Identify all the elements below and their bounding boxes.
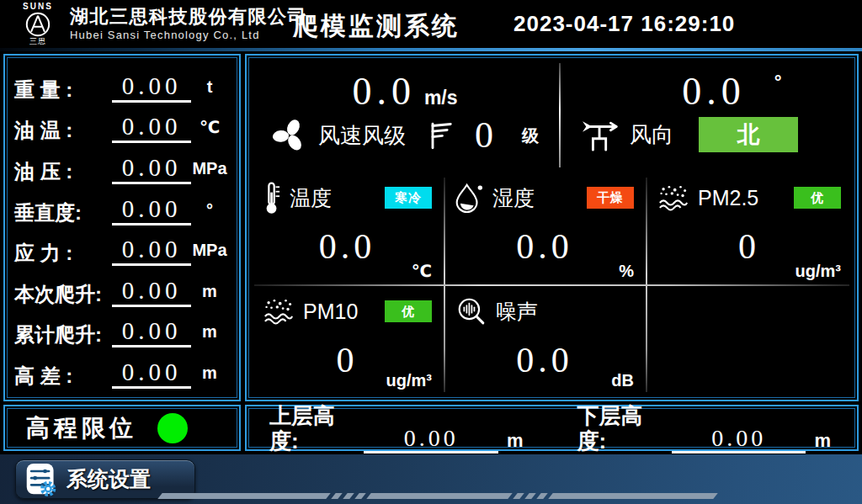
elevation-limit-label: 高程限位 [26, 412, 137, 444]
datetime-display: 2023-04-17 16:29:10 [513, 11, 735, 37]
sensor-unit: ug/m³ [795, 262, 841, 281]
row-label: 本次爬升: [14, 282, 112, 307]
thermometer-icon [263, 181, 281, 215]
upper-height-label: 上层高度: [269, 403, 364, 454]
row-unit: MPa [191, 237, 228, 266]
measurements-sidebar-panel: 重 量 : 0.00 t 油 温 : 0.00 ℃ 油 压 : 0.00 MPa… [3, 54, 241, 401]
sliders-gear-icon [24, 462, 58, 497]
sensor-cell-humidity: 湿度 干燥 0.0 % [444, 172, 646, 286]
logo-bottom-text: 三思 [29, 38, 46, 45]
header-divider-line [0, 48, 862, 51]
green-circle-indicator [157, 413, 188, 443]
row-unit: m [191, 360, 228, 389]
status-badge: 优 [794, 187, 841, 209]
status-badge: 干燥 [587, 187, 634, 209]
fan-icon [271, 117, 308, 154]
logo-top-text: SUNS [23, 3, 53, 11]
wind-direction-label: 风向 [630, 120, 673, 150]
upper-height-value: 0.00 [364, 426, 498, 454]
suns-logo-icon: SUNS 三思 [13, 3, 62, 45]
particles-icon [657, 183, 689, 212]
row-value: 0.00 [112, 359, 191, 389]
row-value: 0.00 [112, 278, 191, 307]
row-value: 0.00 [112, 73, 191, 103]
sensor-cell-pm25: PM2.5 优 0 ug/m³ [646, 172, 853, 286]
row-unit: ℃ [191, 114, 228, 143]
company-logo: SUNS 三思 湖北三思科技股份有限公司 Hubei Sansi Technol… [13, 1, 307, 47]
wind-speed-label: 风速风级 [318, 121, 406, 151]
row-unit: ° [191, 197, 228, 225]
wind-section: 0.0 m/s 风速风级 [251, 60, 853, 172]
row-unit: m [191, 279, 228, 307]
sensor-grid: 温度 寒冷 0.0 ℃ [251, 172, 853, 395]
settings-button-label: 系统设置 [67, 465, 151, 493]
wind-direction-section: 0.0 ° [561, 60, 853, 172]
noise-magnifier-icon [455, 295, 487, 327]
sidebar-row-current-climb: 本次爬升: 0.00 m [14, 269, 228, 310]
particles-icon [263, 297, 295, 326]
sensor-label: PM10 [303, 300, 358, 324]
row-value: 0.00 [112, 155, 191, 184]
sensor-label: 噪声 [496, 298, 538, 326]
status-badge: 寒冷 [385, 187, 432, 209]
circle-a-logo-icon [24, 11, 51, 38]
row-label: 高 差 : [14, 363, 112, 389]
row-value: 0.00 [112, 196, 191, 225]
row-label: 累计爬升: [14, 322, 112, 347]
sensor-unit: dB [611, 371, 634, 390]
wind-direction-unit: ° [774, 72, 782, 93]
environment-main-panel: 0.0 m/s 风速风级 [245, 54, 859, 401]
lower-height-value: 0.00 [672, 426, 806, 454]
row-label: 油 压 : [14, 159, 112, 184]
row-value: 0.00 [112, 236, 191, 266]
sensor-value: 0.0 [455, 340, 634, 380]
header: SUNS 三思 湖北三思科技股份有限公司 Hubei Sansi Technol… [0, 0, 862, 48]
status-badge: 优 [385, 300, 432, 322]
sensor-unit: % [619, 262, 634, 281]
row-label: 重 量 : [14, 77, 112, 103]
row-label: 应 力 : [14, 241, 112, 266]
taskbar: 系统设置 [0, 454, 862, 504]
sidebar-row-height-diff: 高 差 : 0.00 m [14, 351, 228, 392]
sensor-value: 0.0 [455, 226, 634, 267]
sensor-cell-temperature: 温度 寒冷 0.0 ℃ [251, 172, 444, 286]
elevation-limit-panel: 高程限位 [3, 405, 241, 451]
lower-height-group: 下层高度: 0.00 m [577, 403, 832, 454]
sensor-value: 0.0 [263, 226, 432, 267]
lower-height-label: 下层高度: [577, 403, 672, 454]
upper-height-group: 上层高度: 0.00 m [269, 403, 524, 454]
sensor-cell-noise: 噪声 0.0 dB [444, 286, 646, 395]
sensor-unit: ℃ [412, 261, 432, 281]
row-value: 0.00 [112, 318, 191, 347]
row-unit: t [191, 74, 228, 103]
sidebar-row-total-climb: 累计爬升: 0.00 m [14, 310, 228, 352]
company-name-cn: 湖北三思科技股份有限公司 [70, 6, 307, 28]
upper-height-unit: m [507, 428, 524, 454]
row-label: 油 温 : [14, 118, 112, 143]
wind-speed-value: 0.0 [352, 72, 416, 112]
layer-heights-panel: 上层高度: 0.00 m 下层高度: 0.00 m [245, 405, 859, 451]
wind-level-flag-icon [428, 120, 453, 151]
sensor-value: 0 [657, 226, 841, 267]
sidebar-row-oil-temp: 油 温 : 0.00 ℃ [14, 106, 228, 147]
row-label: 垂直度: [14, 200, 112, 225]
taskbar-decorative-stripe [160, 493, 716, 499]
sensor-cell-empty [646, 286, 853, 395]
lower-height-unit: m [814, 428, 831, 454]
sidebar-row-weight: 重 量 : 0.00 t [14, 65, 228, 106]
wind-speed-unit: m/s [424, 87, 458, 109]
sidebar-row-verticality: 垂直度: 0.00 ° [14, 188, 228, 229]
company-name-en: Hubei Sansi Technology Co., Ltd [70, 28, 307, 42]
sensor-label: 温度 [290, 184, 332, 212]
wind-direction-badge: 北 [699, 117, 798, 152]
wind-level-value: 0 [475, 117, 493, 154]
row-unit: MPa [191, 156, 228, 184]
sensor-unit: ug/m³ [386, 371, 432, 390]
sensor-label: PM2.5 [698, 186, 758, 210]
page-title: 爬模监测系统 [293, 9, 460, 44]
wind-direction-value: 0.0 [682, 72, 746, 112]
wind-level-unit: 级 [522, 125, 539, 147]
sidebar-row-oil-pressure: 油 压 : 0.00 MPa [14, 146, 228, 188]
wind-speed-section: 0.0 m/s 风速风级 [251, 60, 559, 172]
wind-vane-icon [581, 117, 620, 152]
